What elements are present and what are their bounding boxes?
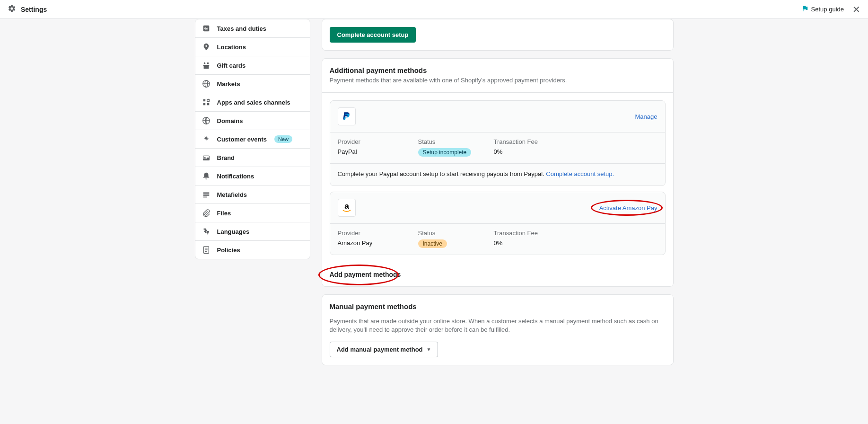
svg-rect-7 bbox=[207, 103, 209, 106]
svg-rect-12 bbox=[203, 194, 209, 196]
add-manual-payment-button[interactable]: Add manual payment method ▼ bbox=[330, 342, 438, 357]
sidebar-item-label: Notifications bbox=[217, 173, 254, 180]
stat-value: Amazon Pay bbox=[338, 239, 418, 247]
meta-icon bbox=[202, 190, 210, 199]
sidebar-item-label: Languages bbox=[217, 228, 250, 235]
sidebar-item-apps-and-sales-channels[interactable]: Apps and sales channels bbox=[195, 93, 310, 112]
chevron-down-icon: ▼ bbox=[427, 347, 431, 352]
cursor-icon bbox=[202, 135, 210, 143]
provider-action-link[interactable]: Manage bbox=[635, 113, 658, 120]
sidebar-item-policies[interactable]: Policies bbox=[195, 241, 310, 259]
provider-amazon-pay: aActivate Amazon PayProviderAmazon PaySt… bbox=[330, 192, 666, 255]
page-title: Settings bbox=[21, 6, 47, 13]
stat-label: Transaction Fee bbox=[494, 138, 658, 145]
sidebar-item-domains[interactable]: Domains bbox=[195, 112, 310, 130]
stat-label: Provider bbox=[338, 230, 418, 237]
stat-label: Status bbox=[418, 230, 494, 237]
sidebar-item-label: Markets bbox=[217, 80, 240, 88]
new-badge: New bbox=[274, 135, 292, 143]
manual-desc: Payments that are made outside your onli… bbox=[330, 317, 666, 334]
svg-text:%: % bbox=[204, 26, 208, 31]
sidebar-item-files[interactable]: Files bbox=[195, 204, 310, 222]
paypal-logo bbox=[338, 107, 356, 125]
additional-desc: Payment methods that are available with … bbox=[330, 76, 666, 85]
sidebar-item-locations[interactable]: Locations bbox=[195, 38, 310, 56]
sidebar-item-markets[interactable]: Markets bbox=[195, 75, 310, 93]
close-icon[interactable]: ✕ bbox=[852, 5, 860, 14]
provider-paypal: ManageProviderPayPalStatusSetup incomple… bbox=[330, 100, 666, 186]
complete-account-setup-button[interactable]: Complete account setup bbox=[330, 27, 416, 43]
stat-value: Setup incomplete bbox=[418, 148, 472, 157]
svg-rect-5 bbox=[203, 99, 205, 102]
policy-icon bbox=[202, 246, 210, 254]
add-payment-methods-button[interactable]: Add payment methods bbox=[330, 271, 401, 278]
svg-rect-6 bbox=[203, 103, 205, 106]
domain-icon bbox=[202, 116, 210, 125]
stat-label: Provider bbox=[338, 138, 418, 145]
percent-icon: % bbox=[202, 24, 210, 33]
complete-setup-link[interactable]: Complete account setup. bbox=[546, 170, 614, 177]
brand-icon bbox=[202, 153, 210, 162]
sidebar-item-label: Policies bbox=[217, 247, 240, 254]
stat-label: Status bbox=[418, 138, 494, 145]
svg-text:a: a bbox=[344, 202, 349, 211]
sidebar-item-brand[interactable]: Brand bbox=[195, 149, 310, 167]
stat-value: 0% bbox=[494, 148, 658, 155]
svg-rect-13 bbox=[203, 197, 207, 198]
sidebar-item-label: Gift cards bbox=[217, 62, 246, 69]
stat-value: 0% bbox=[494, 239, 658, 247]
apps-icon bbox=[202, 98, 210, 106]
globe-icon bbox=[202, 80, 210, 88]
sidebar-item-label: Apps and sales channels bbox=[217, 99, 290, 106]
gear-icon bbox=[8, 4, 16, 15]
sidebar-item-label: Metafields bbox=[217, 191, 247, 198]
bell-icon bbox=[202, 172, 210, 180]
gift-icon bbox=[202, 61, 210, 70]
sidebar-item-label: Files bbox=[217, 210, 231, 217]
amazon-logo: a bbox=[338, 199, 356, 217]
sidebar-item-languages[interactable]: Languages bbox=[195, 222, 310, 241]
sidebar-item-label: Locations bbox=[217, 44, 246, 51]
sidebar-item-label: Domains bbox=[217, 117, 243, 124]
clip-icon bbox=[202, 209, 210, 217]
pin-icon bbox=[202, 43, 210, 51]
sidebar-item-gift-cards[interactable]: Gift cards bbox=[195, 56, 310, 75]
provider-note: Complete your Paypal account setup to st… bbox=[330, 164, 665, 186]
sidebar-item-label: Customer events bbox=[217, 136, 267, 143]
additional-title: Additional payment methods bbox=[330, 66, 666, 74]
sidebar-item-taxes-and-duties[interactable]: %Taxes and duties bbox=[195, 19, 310, 38]
sidebar-item-customer-events[interactable]: Customer eventsNew bbox=[195, 130, 310, 149]
sidebar-item-label: Brand bbox=[217, 154, 235, 161]
lang-icon bbox=[202, 227, 210, 236]
setup-guide-link[interactable]: Setup guide bbox=[802, 5, 844, 13]
manual-title: Manual payment methods bbox=[330, 302, 666, 310]
svg-rect-11 bbox=[203, 193, 209, 194]
sidebar-item-metafields[interactable]: Metafields bbox=[195, 186, 310, 204]
sidebar-item-notifications[interactable]: Notifications bbox=[195, 167, 310, 186]
provider-action-link[interactable]: Activate Amazon Pay bbox=[599, 204, 658, 212]
stat-value: Inactive bbox=[418, 239, 447, 248]
sidebar-item-label: Taxes and duties bbox=[217, 25, 267, 32]
stat-label: Transaction Fee bbox=[494, 230, 658, 237]
stat-value: PayPal bbox=[338, 148, 418, 155]
flag-icon bbox=[802, 5, 808, 13]
